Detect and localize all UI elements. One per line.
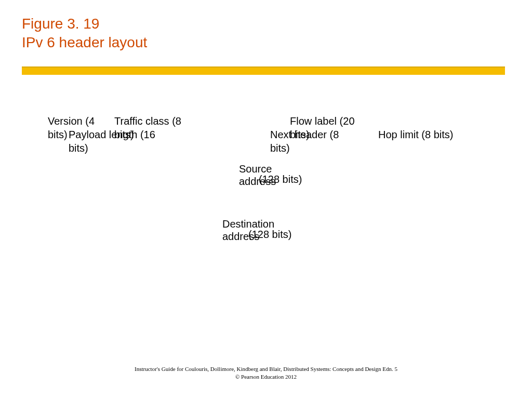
field-version-line1: Version (4	[48, 115, 95, 127]
figure-caption: IPv 6 header layout	[22, 33, 532, 52]
field-traffic-class-line1: Traffic class (8	[114, 115, 181, 127]
header-row-1: Version (4 Traffic class (8 Flow label (…	[42, 115, 488, 129]
ipv6-header-diagram: Version (4 Traffic class (8 Flow label (…	[42, 115, 488, 245]
header-row-3: bits) bits)	[42, 142, 488, 156]
footer-line1: Instructor's Guide for Coulouris, Dollim…	[0, 365, 532, 373]
figure-title-block: Figure 3. 19 IPv 6 header layout	[0, 0, 532, 52]
footer-attribution: Instructor's Guide for Coulouris, Dollim…	[0, 365, 532, 380]
figure-number: Figure 3. 19	[22, 15, 532, 33]
field-hop-limit: Hop limit (8 bits)	[378, 129, 453, 141]
footer-line2: © Pearson Education 2012	[0, 373, 532, 380]
source-address-row: Source address (128 bits)	[42, 163, 488, 190]
field-destination-address-bits: (128 bits)	[248, 229, 291, 241]
destination-address-row: Destination address (128 bits)	[42, 218, 488, 245]
field-flow-label-line1: Flow label (20	[290, 115, 355, 127]
field-source-address-bits: (128 bits)	[259, 174, 302, 185]
field-next-header-line2: bits)	[270, 142, 290, 154]
field-next-header-line1: Next header (8	[270, 129, 339, 141]
field-payload-length-line1: Payload length (16	[69, 129, 155, 141]
field-payload-length-line2: bits)	[69, 142, 88, 154]
header-row-2: bits) bits) Payload length (16 bits) Nex…	[42, 129, 488, 142]
divider-bar	[22, 66, 505, 75]
field-version-line2: bits)	[48, 129, 68, 141]
